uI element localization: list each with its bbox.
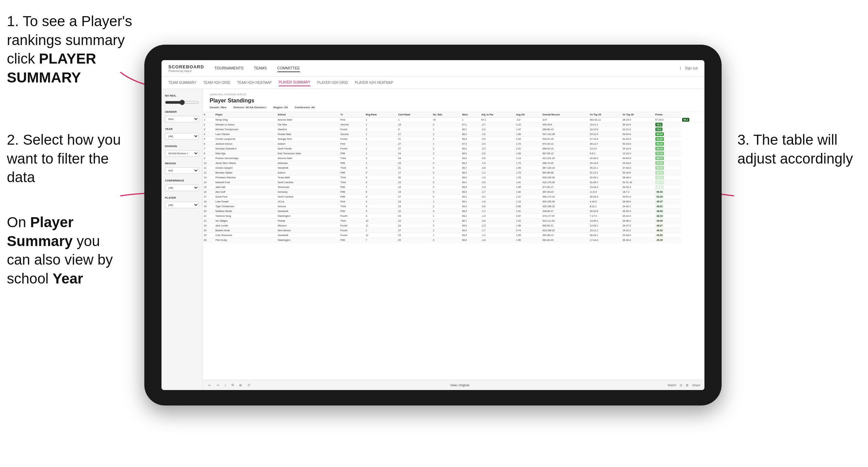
points-cell: 50.96 xyxy=(655,171,664,175)
watch-button[interactable]: Watch xyxy=(668,383,676,387)
region-select[interactable]: N/A xyxy=(165,167,199,174)
table-row[interactable]: 3Michael ThorbjornsenStanfordFourth28168… xyxy=(203,127,704,132)
table-row[interactable]: 13Pichakam MaichonTexas A&MThird630169.0… xyxy=(203,175,704,180)
table-row[interactable]: 18Luke PowellUCLAFirst424169.1-1.81.1350… xyxy=(203,199,704,204)
clock-button[interactable]: ⏱ xyxy=(246,383,252,388)
table-row[interactable]: 5Christo LamprechtGeorgia TechFourth2212… xyxy=(203,137,704,142)
table-row[interactable]: 8Mats EgeEast Tennessee StateFifth124268… xyxy=(203,151,704,156)
logo-text: SCOREBOARD xyxy=(168,64,204,69)
conference-filter: Conference: All xyxy=(294,106,315,109)
back-button[interactable]: ⟨ xyxy=(223,383,227,388)
points-cell: 57.42 xyxy=(655,152,664,155)
table-header-row: # Player School Yr Reg Rank Conf Rank No… xyxy=(203,112,704,118)
redo-button[interactable]: ↪ xyxy=(215,383,221,388)
tab-team-summary[interactable]: TEAM SUMMARY xyxy=(168,79,197,86)
col-reg-rank: Reg Rank xyxy=(365,112,397,118)
table-row[interactable]: 21Yasheon SongWashingtonFourth423169.1-1… xyxy=(203,214,704,219)
points-cell: 68.04 xyxy=(655,132,664,136)
table-row[interactable]: 1Wenyi DingArizona StateFirst1115167.1-3… xyxy=(203,118,704,122)
region-label: Region xyxy=(165,162,199,165)
toolbar-left: ↩ ↪ ⟨ ⧉ ⊞ ⏱ xyxy=(207,382,252,388)
table-row[interactable]: 9Preston SummerhaysArizona StateThird324… xyxy=(203,156,704,161)
points-cell: 50.35 xyxy=(655,195,664,199)
col-avg-sg: Avg SG xyxy=(515,112,542,118)
points-cell: 50.55 xyxy=(655,185,664,189)
view-original-button[interactable]: View: Original xyxy=(450,383,469,387)
table-row[interactable]: 11Gordon SargentVanderbiltThird421068.7-… xyxy=(203,166,704,170)
division-select[interactable]: NCAA Division I xyxy=(165,150,199,157)
table-row[interactable]: 25Cole SherwoodVanderbiltFourth1223169.3… xyxy=(203,233,704,238)
tab-player-h2h-heatmap[interactable]: PLAYER H2H HEATMAP xyxy=(355,79,393,86)
nav-tournaments[interactable]: TOURNAMENTS xyxy=(214,65,244,72)
tab-player-h2h-grid[interactable]: PLAYER H2H GRID xyxy=(317,79,348,86)
points-cell: 48.08 xyxy=(655,219,664,223)
toolbar-icon-1[interactable]: ⊡ xyxy=(680,383,682,387)
col-vs-top-50: Vs Top 50 xyxy=(622,112,654,118)
player-select[interactable]: (All) xyxy=(165,202,199,208)
table-row[interactable]: 15Jake HallTennesseeFifth718068.5-1.51.6… xyxy=(203,185,704,190)
table-row[interactable]: 2Michael Le SassoOle MissSecond118067.1-… xyxy=(203,122,704,127)
content-header: Update time: 27/03/2024 16:56:26 Player … xyxy=(203,89,704,112)
points-cell: 45.95 xyxy=(655,233,664,237)
year-select[interactable]: (All) First Second Third Fourth Fifth xyxy=(165,133,199,140)
table-row[interactable]: 26Petr HrubyWashingtonFifth725068.6-1.81… xyxy=(203,238,704,243)
tablet-screen: SCOREBOARD Powered by clipp'd TOURNAMENT… xyxy=(162,60,704,390)
col-wins: Wins xyxy=(461,112,480,118)
points-cell: 56.77 xyxy=(655,156,664,160)
no-rds-section: No Rds. xyxy=(165,94,199,105)
table-row[interactable]: 16Alex GoffKentuckyFifth819068.3-1.71.92… xyxy=(203,190,704,194)
division-filter: Division: NCAA Division I xyxy=(233,106,267,109)
table-row[interactable]: 17David FordNorth CarolinaFifth927069.2-… xyxy=(203,194,704,199)
table-row[interactable]: 22Ian GilliganFloridaThird1024168.7-0.81… xyxy=(203,219,704,223)
annotation-3: 3. The table will adjust accordingly xyxy=(737,131,861,168)
points-cell: 88.2 xyxy=(682,118,690,122)
share-button[interactable]: Share xyxy=(692,383,700,387)
col-adj-to-par: Adj. to Par xyxy=(480,112,515,118)
paste-button[interactable]: ⊞ xyxy=(238,383,243,388)
col-yr: Yr xyxy=(340,112,365,118)
year-section: Year (All) First Second Third Fourth Fif… xyxy=(165,127,199,140)
player-standings-table: # Player School Yr Reg Rank Conf Rank No… xyxy=(203,112,704,243)
copy-button[interactable]: ⧉ xyxy=(230,382,235,388)
logo-sub: Powered by clipp'd xyxy=(168,69,204,73)
points-cell: 73.1 xyxy=(655,127,663,131)
undo-button[interactable]: ↩ xyxy=(207,383,212,388)
tab-player-summary[interactable]: PLAYER SUMMARY xyxy=(279,79,310,86)
no-rds-slider[interactable] xyxy=(165,100,199,105)
table-row[interactable]: 14Maxwell FordNorth CarolinaThird323069.… xyxy=(203,180,704,185)
points-cell: 48.98 xyxy=(655,209,664,213)
table-row[interactable]: 20Matthew RiedelVanderbiltFifth922368.5-… xyxy=(203,209,704,214)
nav-teams[interactable]: TEAMS xyxy=(254,65,267,72)
nav-committee[interactable]: COMMITTEE xyxy=(277,65,300,72)
table-row[interactable]: 19Tiger ChristensenArizonaThird523269.2-… xyxy=(203,204,704,209)
table-row[interactable]: 10Jacob Skov OlesenArkansasFifth223068.4… xyxy=(203,161,704,166)
update-time: Update time: 27/03/2024 16:56:26 xyxy=(210,93,698,96)
table-row[interactable]: 6Jackson KoivunAuburnFirst127167.3-2.02.… xyxy=(203,142,704,146)
col-points: Points xyxy=(654,112,681,118)
division-section: Division NCAA Division I xyxy=(165,145,199,157)
col-vs-top-25: Vs Top 25 xyxy=(589,112,622,118)
table-row[interactable]: 12Brendan ValdesAuburnFifth517068.4-1.11… xyxy=(203,170,704,175)
table-row[interactable]: 4Luke ClantonFlorida StateSecond127268.2… xyxy=(203,132,704,137)
points-cell: 48.27 xyxy=(655,224,664,227)
pipe-separator: | xyxy=(680,66,681,70)
app-header: SCOREBOARD Powered by clipp'd TOURNAMENT… xyxy=(162,60,704,77)
table-row[interactable]: 7Nicholas Gabriele-kNorth FloridaFourth1… xyxy=(203,146,704,151)
col-no-rds: No. Rds. xyxy=(432,112,461,118)
filters-row: Gender: Men Division: NCAA Division I Re… xyxy=(210,106,698,109)
col-conf-rank: Conf Rank xyxy=(397,112,432,118)
tab-team-h2h-grid[interactable]: TEAM H2H GRID xyxy=(203,79,230,86)
conference-label: Conference xyxy=(165,179,199,182)
toolbar-icon-2[interactable]: ⊞ xyxy=(686,383,689,387)
table-row[interactable]: 23Jack LundinMissouriFourth1124068.6-2.3… xyxy=(203,223,704,228)
logo-area: SCOREBOARD Powered by clipp'd xyxy=(168,64,204,73)
gender-select[interactable]: Men xyxy=(165,116,199,122)
points-cell: 50.75 xyxy=(655,180,664,184)
points-cell: 78.3 xyxy=(655,123,663,126)
table-row[interactable]: 24Bastien AmatNew MexicoFourth127269.4-1… xyxy=(203,228,704,233)
points-cell: 48.81 xyxy=(655,204,664,208)
tab-team-h2h-heatmap[interactable]: TEAM H2H HEATMAP xyxy=(237,79,272,86)
sign-out-button[interactable]: Sign out xyxy=(685,66,698,70)
conference-select[interactable]: (All) xyxy=(165,185,199,191)
bottom-toolbar: ↩ ↪ ⟨ ⧉ ⊞ ⏱ View: Original Watch ⊡ ⊞ Sha… xyxy=(203,380,704,390)
